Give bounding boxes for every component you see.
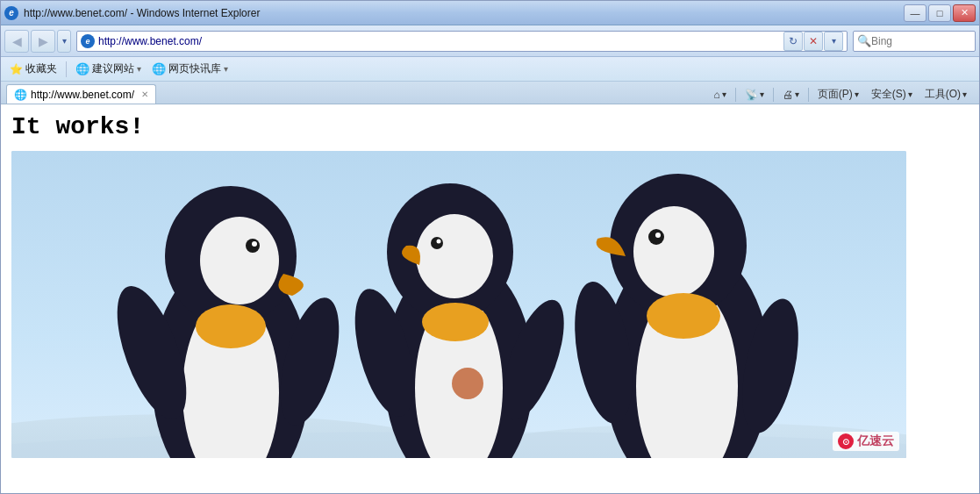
content-area: It works! [1,104,979,493]
address-stop-icon[interactable]: ✕ [804,32,823,51]
address-input[interactable] [98,35,782,47]
tab-bar: 🌐 http://www.benet.com/ ✕ ⌂ ▾ 📡 ▾ 🖨 ▾ 页面… [1,82,979,104]
favorites-label: 收藏夹 [25,61,57,76]
toolbar-sep-2 [773,88,774,102]
svg-point-28 [633,206,714,297]
favorites-bar: ⭐ 收藏夹 🌐 建议网站 ▾ 🌐 网页快讯库 ▾ [1,57,979,82]
rss-dropdown-icon: ▾ [760,89,764,99]
print-dropdown-icon: ▾ [795,89,799,99]
nav-bar: ◀ ▶ ▾ e ↻ ✕ ▾ 🔍 [1,25,979,57]
search-icon: 🔍 [857,34,871,47]
svg-point-22 [437,240,441,244]
page-dropdown-icon: ▾ [855,89,859,99]
tab-1-label: http://www.benet.com/ [31,89,134,101]
svg-point-18 [416,214,493,298]
forward-button[interactable]: ▶ [31,30,55,53]
tab-toolbar: ⌂ ▾ 📡 ▾ 🖨 ▾ 页面(P) ▾ 安全(S) ▾ [156,85,974,104]
window-controls: — □ ✕ [904,4,976,22]
minimize-button[interactable]: — [904,4,926,22]
toolbar-sep-1 [735,88,736,102]
home-button[interactable]: ⌂ ▾ [710,87,729,103]
safety-label: 安全(S) [871,87,906,102]
nav-dropdown-button[interactable]: ▾ [57,30,71,53]
tools-dropdown-icon: ▾ [962,89,967,99]
fav-item-1-label: 建议网站 [92,61,134,76]
favorites-star-icon[interactable]: ⭐ 收藏夹 [6,60,61,78]
svg-point-8 [196,304,266,348]
watermark-logo-icon: ⊙ [838,433,854,449]
penguin-image: ⊙ 亿速云 [11,151,906,458]
svg-point-31 [655,233,661,238]
address-ie-icon: e [81,34,95,48]
star-icon: ⭐ [10,63,23,75]
penguin-svg [11,151,906,458]
address-refresh-icon[interactable]: ↻ [783,32,803,51]
ie-small-icon-2: 🌐 [152,62,166,75]
svg-point-29 [647,293,720,339]
svg-point-10 [252,241,257,247]
webpage-content: It works! [1,104,979,467]
browser-window: e http://www.benet.com/ - Windows Intern… [0,0,980,494]
window-title: http://www.benet.com/ - Windows Internet… [24,7,260,19]
print-icon: 🖨 [783,89,793,101]
fav-item-2-label: 网页快讯库 [168,61,221,76]
svg-point-7 [200,217,279,304]
tools-button[interactable]: 工具(O) ▾ [921,85,970,104]
watermark-text: 亿速云 [857,433,894,449]
tab-1[interactable]: 🌐 http://www.benet.com/ ✕ [6,84,156,104]
tools-label: 工具(O) [925,87,961,102]
fav-item-2-dropdown-icon: ▾ [224,64,228,74]
fav-item-1-dropdown-icon: ▾ [137,64,141,74]
fav-separator-1 [66,61,67,77]
svg-point-19 [422,303,489,341]
address-bar: e ↻ ✕ ▾ [76,31,848,52]
back-button[interactable]: ◀ [4,30,29,53]
ie-logo-icon: e [4,6,18,20]
search-input[interactable] [871,35,971,47]
page-label: 页面(P) [818,87,853,102]
favorites-item-1[interactable]: 🌐 建议网站 ▾ [72,60,145,78]
close-button[interactable]: ✕ [953,4,976,22]
page-button[interactable]: 页面(P) ▾ [814,85,862,104]
ie-small-icon: 🌐 [75,62,89,75]
watermark: ⊙ 亿速云 [833,432,899,451]
page-heading: It works! [11,113,969,140]
fav-separator-item: 🌐 网页快讯库 ▾ [148,60,232,78]
safety-button[interactable]: 安全(S) ▾ [868,85,916,104]
home-dropdown-icon: ▾ [722,89,726,99]
restore-button[interactable]: □ [928,4,951,22]
toolbar-sep-3 [808,88,809,102]
rss-icon: 📡 [745,89,758,101]
rss-button[interactable]: 📡 ▾ [741,87,768,103]
home-icon: ⌂ [713,89,719,101]
safety-dropdown-icon: ▾ [908,89,912,99]
title-bar-left: e http://www.benet.com/ - Windows Intern… [4,6,260,20]
address-history-icon[interactable]: ▾ [824,32,843,51]
search-bar: 🔍 [853,31,976,52]
svg-point-21 [431,237,443,249]
print-button[interactable]: 🖨 ▾ [779,87,803,103]
svg-point-20 [452,368,483,399]
address-right-buttons: ↻ ✕ ▾ [783,32,843,51]
tab-1-icon: 🌐 [14,89,27,101]
tab-1-close-icon[interactable]: ✕ [141,89,148,99]
title-bar: e http://www.benet.com/ - Windows Intern… [1,1,979,25]
